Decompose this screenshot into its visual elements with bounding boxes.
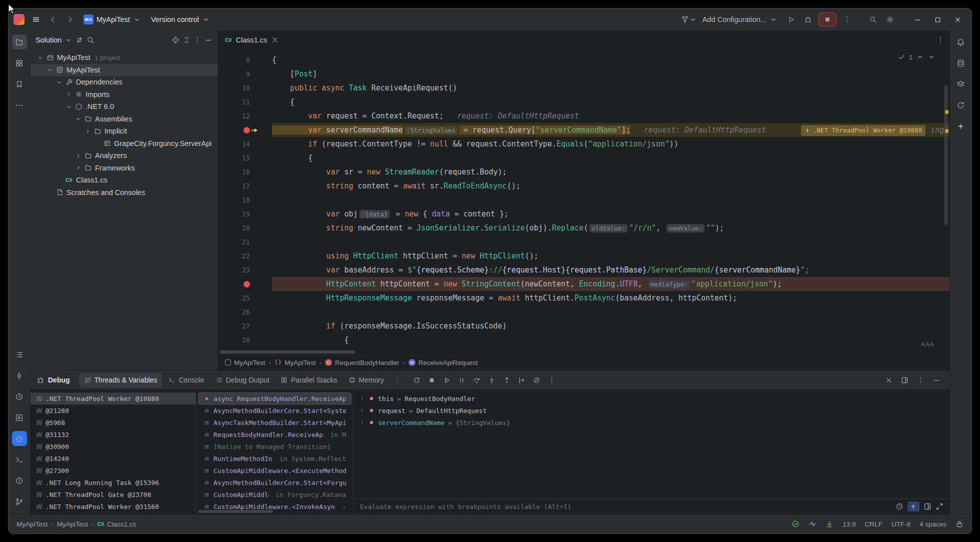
code-line-13[interactable]: var serverCommandName:StringValues = req… bbox=[218, 123, 950, 137]
code-line-21[interactable]: 21 bbox=[218, 235, 950, 249]
gutter[interactable]: 12 bbox=[218, 109, 272, 123]
rerun-button[interactable] bbox=[410, 373, 424, 387]
breakpoint-icon[interactable] bbox=[244, 281, 250, 288]
gutter[interactable]: 15 bbox=[218, 151, 272, 165]
tab-options-icon[interactable] bbox=[936, 36, 944, 44]
tool-nuget-button[interactable] bbox=[954, 76, 968, 92]
frame-row[interactable]: RequestBodyHandler.ReceiveApiRequest() i… bbox=[198, 428, 352, 440]
frame-row[interactable]: [Native to Managed Transition] bbox=[198, 440, 352, 452]
tool-debug-button[interactable] bbox=[12, 431, 27, 446]
thread-row[interactable]: @21280 bbox=[30, 404, 196, 416]
thread-row[interactable]: @31132 bbox=[30, 428, 196, 440]
frame-row[interactable]: CustomApiMiddleware.a() in Forguncy.Kata… bbox=[198, 488, 352, 500]
gutter[interactable]: 9 bbox=[218, 67, 272, 81]
thread-row[interactable]: .NET ThreadPool Worker @10880 bbox=[30, 392, 196, 404]
back-button[interactable] bbox=[46, 12, 60, 27]
step-into-button[interactable] bbox=[484, 373, 498, 387]
variable-row[interactable]: request=DefaultHttpRequest bbox=[354, 404, 950, 416]
code-line-24[interactable]: HttpContent httpContent = new StringCont… bbox=[218, 277, 950, 291]
error-stripe-mark[interactable] bbox=[945, 129, 948, 133]
indent-style[interactable]: 4 spaces bbox=[920, 520, 946, 528]
frame-row[interactable]: async RequestBodyHandler.ReceiveApiReque… bbox=[198, 392, 352, 404]
variable-row[interactable]: this=RequestBodyHandler bbox=[354, 392, 950, 404]
debug-tab-debug-output[interactable]: Debug Output bbox=[210, 372, 274, 388]
search-everywhere-button[interactable] bbox=[866, 12, 880, 27]
code-line-9[interactable]: 9 [Post] bbox=[218, 67, 950, 81]
expand-icon[interactable] bbox=[936, 502, 944, 510]
gutter[interactable] bbox=[218, 277, 272, 291]
tree-item-assemblies[interactable]: Assemblies bbox=[30, 113, 218, 126]
gutter[interactable]: 11 bbox=[218, 95, 272, 109]
code-line-11[interactable]: 11 { bbox=[218, 95, 950, 109]
project-view-selector[interactable]: Solution bbox=[36, 36, 62, 44]
gutter[interactable]: 10 bbox=[218, 81, 272, 95]
debug-options-button[interactable] bbox=[914, 373, 928, 387]
collapse-all-icon[interactable] bbox=[182, 36, 190, 44]
frame-row[interactable]: AsyncMethodBuilderCore.Start<Forguncy.Ka… bbox=[198, 476, 352, 488]
maximize-button[interactable] bbox=[928, 12, 946, 27]
no-problems-icon[interactable] bbox=[792, 520, 800, 528]
editor-vertical-scrollbar[interactable] bbox=[944, 85, 948, 225]
gutter[interactable]: 25 bbox=[218, 291, 272, 305]
tool-unit-tests-button[interactable] bbox=[954, 98, 968, 112]
gutter[interactable]: 18 bbox=[218, 193, 272, 207]
code-line-19[interactable]: 19 var obj:{data} = new { data = content… bbox=[218, 207, 950, 221]
readonly-lock-icon[interactable] bbox=[956, 520, 964, 528]
gutter[interactable]: 26 bbox=[218, 305, 272, 319]
switch-view-icon[interactable] bbox=[76, 36, 84, 44]
step-out-button[interactable] bbox=[500, 373, 514, 387]
breakpoint-icon[interactable] bbox=[244, 127, 250, 134]
debug-run-button[interactable] bbox=[800, 12, 816, 27]
status-path-item[interactable]: MyApiTest bbox=[16, 520, 48, 528]
gutter[interactable]: 16 bbox=[218, 165, 272, 179]
tool-bookmarks-button[interactable] bbox=[12, 76, 27, 92]
tool-services-button[interactable] bbox=[12, 410, 27, 425]
resume-button[interactable] bbox=[440, 373, 454, 387]
code-line-18[interactable]: 18 bbox=[218, 193, 950, 207]
more-button[interactable] bbox=[544, 373, 558, 387]
gutter[interactable]: 23 bbox=[218, 263, 272, 277]
debug-tab-console[interactable]: Console bbox=[163, 372, 209, 388]
code-line-10[interactable]: 10 public async Task ReceiveApiRequest() bbox=[218, 81, 950, 95]
gutter[interactable] bbox=[218, 123, 272, 137]
code-line-8[interactable]: 8{ bbox=[218, 53, 950, 67]
tool-structure-button[interactable] bbox=[12, 56, 27, 70]
tool-more-tool-windows-button[interactable] bbox=[12, 98, 27, 112]
frame-row[interactable]: RuntimeMethodInfo.Invoke() in System.Ref… bbox=[198, 452, 352, 464]
stop-button[interactable] bbox=[818, 12, 836, 26]
select-opened-file-icon[interactable] bbox=[172, 36, 180, 44]
thread-row[interactable]: .NET Long Running Task @15396 bbox=[30, 476, 196, 488]
code-line-22[interactable]: 22 using HttpClient httpClient = new Htt… bbox=[218, 249, 950, 263]
breadcrumb-item-myapitest[interactable]: ()MyApiTest bbox=[274, 359, 316, 366]
frame-row[interactable]: CustomApiMiddleware.<ExecuteMethodAsync bbox=[198, 464, 352, 476]
breadcrumb-item-myapitest[interactable]: MyApiTest bbox=[225, 359, 265, 366]
code-line-14[interactable]: 14 if (request.ContentType != null && re… bbox=[218, 137, 950, 151]
status-path-item[interactable]: C#Class1.cs bbox=[98, 520, 136, 528]
close-button[interactable] bbox=[948, 12, 966, 27]
gutter[interactable]: 28 bbox=[218, 333, 272, 347]
step-over-button[interactable] bbox=[470, 373, 484, 387]
code-editor[interactable]: 8{9 [Post]10 public async Task ReceiveAp… bbox=[218, 50, 950, 350]
breadcrumb-item-requestbodyhandler[interactable]: CRequestBodyHandler bbox=[325, 359, 399, 366]
frame-row[interactable]: AsyncTaskMethodBuilder.Start<MyApiTest.R… bbox=[198, 416, 352, 428]
settings-button[interactable] bbox=[882, 12, 898, 27]
gutter[interactable]: 22 bbox=[218, 249, 272, 263]
tool-problems-button[interactable] bbox=[12, 473, 27, 488]
tree-item-implicit[interactable]: Implicit bbox=[30, 125, 218, 138]
quick-evaluate-button[interactable] bbox=[908, 502, 920, 512]
gutter[interactable]: 20 bbox=[218, 221, 272, 235]
breadcrumb-item-receiveapirequest[interactable]: mReceiveApiRequest bbox=[408, 359, 478, 366]
tree-item-myapitest[interactable]: MyApiTest 1 project bbox=[30, 52, 218, 64]
tool-version-control-button[interactable] bbox=[12, 494, 27, 509]
tree-item-myapitest[interactable]: MyApiTest bbox=[30, 64, 218, 76]
status-path-item[interactable]: MyApiTest bbox=[57, 520, 88, 528]
gutter[interactable]: 17 bbox=[218, 179, 272, 193]
debug-tab-threads-variables[interactable]: Threads & Variables bbox=[79, 372, 162, 388]
tree-item-dependencies[interactable]: Dependencies bbox=[30, 76, 218, 88]
vcs-widget[interactable]: Version control bbox=[147, 12, 214, 27]
prev-problem-icon[interactable] bbox=[916, 53, 924, 61]
code-line-23[interactable]: 23 var baseAddress = $"{request.Scheme}:… bbox=[218, 263, 950, 277]
next-problem-icon[interactable] bbox=[928, 53, 936, 61]
add-configuration-button[interactable]: Add Configuration... bbox=[698, 12, 782, 27]
variable-row[interactable]: serverCommandName={StringValues} bbox=[354, 416, 950, 428]
